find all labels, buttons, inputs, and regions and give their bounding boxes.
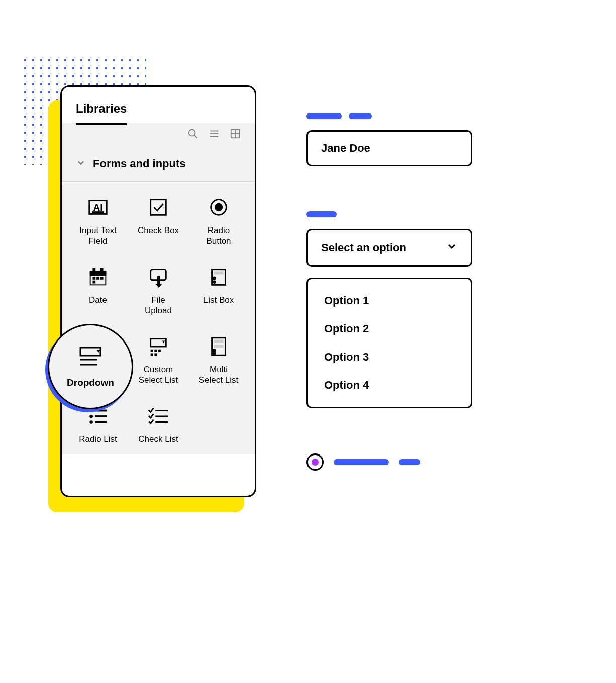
svg-point-41 (89, 414, 93, 418)
radio-button[interactable] (306, 453, 324, 471)
svg-rect-20 (101, 277, 103, 279)
lib-item-date[interactable]: Date (68, 266, 128, 316)
svg-rect-29 (151, 350, 153, 352)
examples-column: Jane Doe Select an option Option 1 Optio… (306, 113, 472, 471)
lib-item-label: Custom Select List (139, 364, 178, 386)
panel-header: Libraries (62, 87, 255, 125)
check-list-icon (147, 405, 170, 428)
select-input[interactable]: Select an option (306, 229, 472, 267)
option-item[interactable]: Option 1 (324, 294, 455, 307)
lib-item-label: List Box (203, 295, 234, 305)
dropdown-icon (77, 345, 104, 371)
lib-item-dropdown[interactable]: Dropdown (48, 324, 133, 409)
radio-inner-dot (312, 459, 319, 466)
svg-rect-21 (93, 281, 95, 283)
svg-rect-48 (80, 348, 100, 356)
chevron-down-icon (76, 158, 86, 170)
section-title: Forms and inputs (93, 157, 186, 170)
listbox-icon (207, 266, 230, 289)
lib-item-file-upload[interactable]: File Upload (128, 266, 188, 316)
svg-rect-18 (93, 277, 95, 279)
list-view-icon[interactable] (209, 128, 220, 139)
lib-item-custom-select-list[interactable]: Custom Select List (128, 335, 188, 386)
lib-item-check-box[interactable]: Check Box (128, 196, 188, 247)
lib-item-label: Date (89, 295, 107, 305)
radio-icon (207, 196, 230, 219)
svg-point-37 (213, 350, 215, 352)
svg-rect-19 (97, 277, 99, 279)
lib-item-label: Radio List (79, 434, 117, 444)
lib-item-input-text-field[interactable]: AI Input Text Field (68, 196, 128, 247)
lib-item-radio-button[interactable]: Radio Button (188, 196, 249, 247)
text-field-example: Jane Doe (306, 113, 472, 166)
libraries-panel: Libraries Forms and inputs AI (60, 85, 256, 497)
checkbox-icon (147, 196, 170, 219)
svg-point-43 (89, 420, 93, 424)
svg-rect-44 (95, 421, 107, 423)
custom-select-icon (147, 335, 170, 358)
grid-view-icon[interactable] (230, 128, 241, 139)
svg-rect-36 (214, 345, 223, 348)
calendar-icon (86, 266, 110, 289)
lib-item-label: Check List (138, 434, 178, 444)
placeholder-label (306, 211, 472, 217)
svg-rect-17 (101, 268, 103, 272)
svg-point-25 (213, 277, 215, 279)
section-header[interactable]: Forms and inputs (62, 146, 255, 182)
library-item-grid: AI Input Text Field Check Box Radio Butt… (62, 182, 255, 454)
select-placeholder: Select an option (321, 241, 406, 254)
svg-rect-15 (90, 271, 106, 275)
text-input[interactable]: Jane Doe (306, 130, 472, 166)
svg-point-38 (213, 353, 215, 355)
option-item[interactable]: Option 2 (324, 322, 455, 335)
lib-item-label: Input Text Field (79, 225, 116, 247)
radio-example (306, 453, 472, 471)
dropdown-example: Select an option Option 1 Option 2 Optio… (306, 211, 472, 408)
multi-select-icon (207, 335, 230, 358)
svg-rect-31 (158, 350, 161, 352)
svg-rect-30 (154, 350, 157, 352)
svg-rect-32 (151, 353, 153, 356)
lib-item-multi-select-list[interactable]: Multi Select List (188, 335, 249, 386)
upload-icon (147, 266, 170, 289)
lib-item-label: Radio Button (206, 225, 231, 247)
search-icon[interactable] (187, 128, 198, 139)
options-list: Option 1 Option 2 Option 3 Option 4 (306, 278, 472, 408)
lib-item-radio-list[interactable]: Radio List (68, 405, 128, 444)
text-field-icon: AI (86, 196, 110, 219)
option-item[interactable]: Option 3 (324, 351, 455, 364)
placeholder-label (306, 113, 472, 119)
svg-line-1 (194, 135, 197, 138)
option-item[interactable]: Option 4 (324, 379, 455, 392)
svg-marker-28 (162, 341, 165, 344)
lib-item-list-box[interactable]: List Box (188, 266, 249, 316)
svg-rect-16 (93, 268, 95, 272)
svg-point-0 (189, 130, 195, 136)
svg-rect-11 (151, 200, 166, 215)
svg-point-26 (213, 281, 215, 283)
svg-rect-42 (95, 415, 107, 417)
svg-rect-24 (214, 271, 223, 274)
svg-rect-35 (214, 340, 223, 343)
placeholder-label (399, 459, 420, 465)
svg-point-13 (215, 204, 222, 210)
lib-item-label: File Upload (145, 295, 172, 316)
svg-text:AI: AI (93, 202, 102, 213)
svg-rect-40 (95, 409, 107, 411)
lib-item-label: Dropdown (67, 377, 114, 389)
panel-toolbar (62, 123, 255, 146)
text-input-value: Jane Doe (321, 142, 370, 154)
panel-title: Libraries (76, 102, 127, 125)
lib-item-check-list[interactable]: Check List (128, 405, 188, 444)
lib-item-label: Check Box (138, 225, 179, 236)
chevron-down-icon (446, 240, 458, 255)
lib-item-label: Multi Select List (199, 364, 238, 386)
svg-rect-33 (154, 353, 157, 356)
placeholder-label (334, 459, 389, 465)
